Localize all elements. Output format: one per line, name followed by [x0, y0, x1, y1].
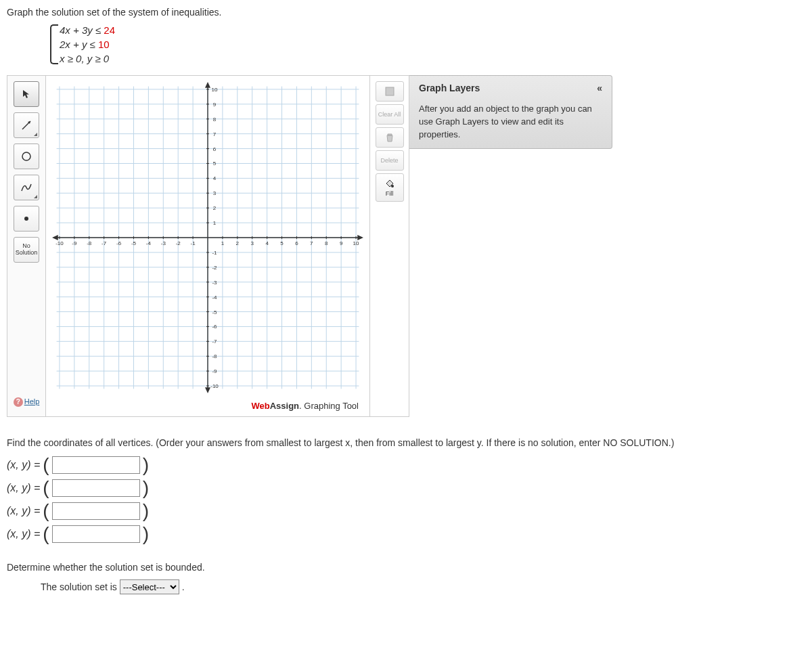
bounded-prefix: The solution set is [41, 581, 120, 592]
close-paren: ) [143, 527, 149, 542]
layers-title: Graph Layers [419, 83, 480, 93]
coordinate-grid[interactable]: -10-9-8-7-6-5-4-3-2-112345678910-10-9-8-… [49, 79, 367, 397]
svg-point-133 [391, 185, 394, 188]
svg-text:-6: -6 [116, 240, 122, 246]
vertex-row: (x, y) = () [7, 456, 805, 474]
svg-point-2 [22, 152, 30, 160]
svg-text:2: 2 [236, 240, 240, 246]
help-link[interactable]: ?Help [9, 393, 44, 411]
svg-marker-51 [205, 387, 210, 393]
svg-text:3: 3 [250, 240, 254, 246]
svg-text:9: 9 [340, 240, 343, 246]
vertex-input[interactable] [52, 525, 140, 543]
svg-marker-50 [205, 82, 210, 88]
close-paren: ) [143, 458, 149, 472]
svg-text:1: 1 [221, 240, 225, 246]
vertex-label: (x, y) = [7, 528, 40, 540]
vertex-label: (x, y) = [7, 482, 40, 494]
svg-text:-1: -1 [212, 250, 217, 256]
svg-point-3 [24, 217, 28, 221]
clear-all-button[interactable] [376, 81, 404, 102]
vertex-label: (x, y) = [7, 459, 40, 471]
open-paren: ( [43, 504, 49, 519]
freehand-tool[interactable] [14, 175, 39, 200]
graph-layers-panel: Graph Layers « After you add an object t… [409, 75, 612, 149]
svg-text:6: 6 [295, 240, 298, 246]
svg-text:6: 6 [213, 146, 217, 152]
svg-text:7: 7 [213, 131, 217, 137]
branding: WebAssign. Graphing Tool [49, 397, 367, 414]
svg-marker-48 [357, 235, 363, 240]
vertex-row: (x, y) = () [7, 502, 805, 520]
main-prompt: Graph the solution set of the system of … [7, 7, 805, 18]
vertex-row: (x, y) = () [7, 525, 805, 543]
graph-area[interactable]: -10-9-8-7-6-5-4-3-2-112345678910-10-9-8-… [46, 75, 370, 417]
svg-text:9: 9 [213, 102, 217, 108]
svg-text:-1: -1 [191, 240, 196, 246]
fill-button[interactable]: Fill [376, 173, 404, 202]
svg-text:5: 5 [213, 160, 217, 167]
open-paren: ( [43, 458, 49, 472]
svg-text:-7: -7 [102, 240, 107, 246]
svg-text:-4: -4 [146, 240, 152, 246]
action-column: Clear All Delete Fill [370, 75, 409, 417]
vertex-label: (x, y) = [7, 505, 40, 517]
clear-all-label: Clear All [376, 104, 404, 125]
svg-text:10: 10 [353, 240, 359, 246]
svg-text:-9: -9 [72, 240, 77, 246]
delete-label: Delete [376, 150, 404, 171]
graph-widget: No Solution ?Help -10-9-8-7-6-5-4-3-2-11… [7, 75, 805, 417]
svg-text:4: 4 [213, 175, 217, 181]
svg-text:8: 8 [325, 240, 328, 246]
svg-text:-8: -8 [212, 353, 217, 359]
svg-text:5: 5 [280, 240, 284, 246]
bounded-select[interactable]: ---Select---boundedunbounded [120, 579, 179, 594]
svg-text:-3: -3 [161, 240, 166, 246]
circle-tool[interactable] [14, 144, 39, 169]
svg-marker-49 [52, 235, 58, 240]
svg-text:7: 7 [310, 240, 313, 246]
point-tool[interactable] [14, 206, 39, 232]
svg-text:-5: -5 [131, 240, 137, 246]
line-tool[interactable] [14, 112, 39, 138]
svg-text:-5: -5 [212, 309, 217, 315]
layers-help-text: After you add an object to the graph you… [419, 103, 602, 141]
svg-text:-9: -9 [212, 368, 217, 374]
open-paren: ( [43, 527, 49, 542]
close-paren: ) [143, 504, 149, 519]
svg-rect-132 [386, 87, 394, 95]
close-paren: ) [143, 481, 149, 496]
svg-text:-6: -6 [212, 324, 217, 330]
svg-text:-10: -10 [210, 383, 219, 389]
svg-text:-8: -8 [87, 240, 92, 246]
vertex-input[interactable] [52, 502, 140, 520]
delete-button[interactable] [376, 127, 404, 148]
svg-text:3: 3 [213, 190, 217, 196]
svg-text:-10: -10 [55, 240, 64, 246]
pointer-tool[interactable] [14, 81, 39, 107]
tool-column: No Solution ?Help [7, 75, 46, 417]
bounded-prompt: Determine whether the solution set is bo… [7, 562, 805, 573]
vertex-row: (x, y) = () [7, 479, 805, 497]
bounded-suffix: . [182, 581, 185, 592]
no-solution-tool[interactable]: No Solution [14, 237, 39, 263]
svg-text:-4: -4 [212, 294, 217, 301]
svg-text:-7: -7 [212, 338, 217, 345]
svg-text:4: 4 [265, 240, 269, 246]
vertex-input[interactable] [52, 479, 140, 497]
collapse-icon[interactable]: « [597, 83, 602, 93]
vertices-prompt: Find the coordinates of all vertices. (O… [7, 437, 805, 448]
svg-text:2: 2 [213, 205, 217, 211]
svg-text:1: 1 [213, 220, 217, 226]
vertex-input[interactable] [52, 456, 140, 474]
open-paren: ( [43, 481, 49, 496]
svg-text:-2: -2 [212, 265, 217, 271]
svg-text:-2: -2 [176, 240, 181, 246]
svg-text:8: 8 [213, 116, 217, 123]
svg-text:-3: -3 [212, 280, 217, 286]
svg-text:10: 10 [212, 87, 218, 93]
inequality-system: 4x + 3y ≤ 24 2x + y ≤ 10 x ≥ 0, y ≥ 0 [47, 23, 805, 66]
